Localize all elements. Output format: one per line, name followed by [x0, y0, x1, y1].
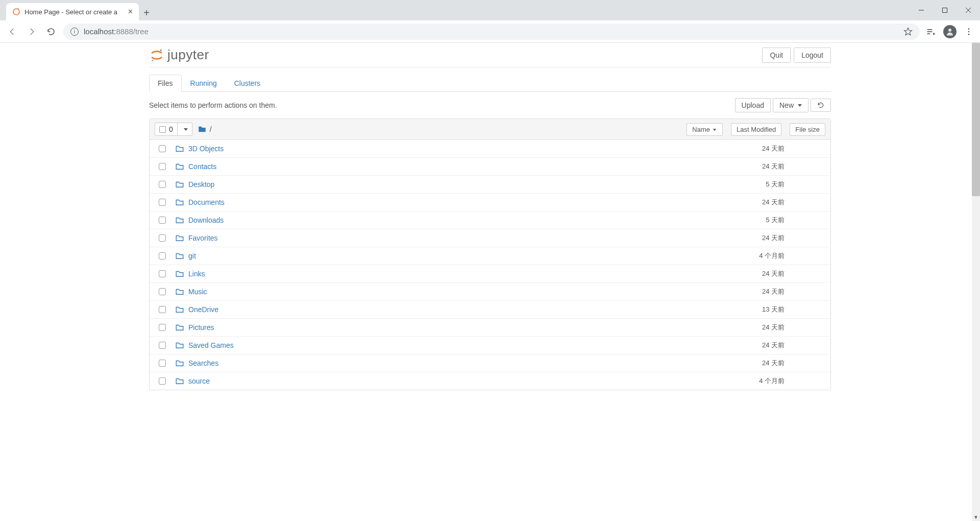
- jupyter-page: jupyter Quit Logout Files Running Cluste…: [143, 43, 837, 390]
- refresh-button[interactable]: [811, 99, 831, 112]
- item-checkbox[interactable]: [159, 377, 166, 385]
- item-name-link[interactable]: Desktop: [188, 180, 214, 188]
- item-name-link[interactable]: OneDrive: [188, 305, 218, 314]
- item-modified: 24 天前: [739, 233, 785, 243]
- sort-modified-button[interactable]: Last Modified: [731, 123, 781, 136]
- browser-tab[interactable]: Home Page - Select or create a ×: [6, 3, 139, 20]
- folder-icon: [198, 125, 207, 134]
- item-name-link[interactable]: Music: [188, 288, 207, 296]
- folder-icon: [175, 341, 184, 350]
- item-name-link[interactable]: Favorites: [188, 234, 218, 242]
- list-item: Pictures24 天前: [150, 319, 830, 337]
- sort-name-button[interactable]: Name: [687, 123, 723, 136]
- url-text: localhost:8888/tree: [84, 27, 149, 36]
- jupyter-logo[interactable]: jupyter: [149, 47, 209, 63]
- item-name-link[interactable]: Documents: [188, 198, 225, 206]
- scrollbar-thumb[interactable]: [972, 43, 980, 196]
- upload-button[interactable]: Upload: [735, 98, 771, 112]
- item-checkbox[interactable]: [159, 199, 166, 206]
- item-checkbox[interactable]: [159, 234, 166, 242]
- item-checkbox[interactable]: [159, 306, 166, 313]
- item-name-link[interactable]: Searches: [188, 359, 218, 367]
- url-path: 8888/tree: [116, 27, 148, 36]
- files-toolbar: Select items to perform actions on them.…: [149, 92, 831, 119]
- item-name-link[interactable]: Pictures: [188, 323, 214, 331]
- folder-icon: [175, 269, 184, 278]
- item-checkbox[interactable]: [159, 217, 166, 224]
- item-modified: 4 个月前: [739, 251, 785, 260]
- tab-files[interactable]: Files: [149, 75, 182, 92]
- chrome-menu-icon[interactable]: [963, 26, 975, 38]
- window-controls: [910, 0, 980, 20]
- sort-name-label: Name: [692, 126, 710, 133]
- list-item: Saved Games24 天前: [150, 337, 830, 354]
- svg-point-11: [968, 31, 970, 32]
- address-bar[interactable]: i localhost:8888/tree: [63, 23, 920, 40]
- item-modified: 4 个月前: [739, 376, 785, 386]
- folder-icon: [175, 287, 184, 296]
- item-modified: 24 天前: [739, 341, 785, 350]
- forward-button[interactable]: [24, 25, 39, 39]
- select-all-checkbox[interactable]: 0: [155, 123, 177, 135]
- item-checkbox[interactable]: [159, 163, 166, 170]
- list-item: Downloads5 天前: [150, 211, 830, 229]
- breadcrumb-root: /: [210, 125, 212, 133]
- media-control-icon[interactable]: [925, 26, 937, 38]
- item-checkbox[interactable]: [159, 360, 166, 367]
- browser-tab-title: Home Page - Select or create a: [24, 8, 124, 16]
- folder-icon: [175, 323, 184, 332]
- jupyter-logo-icon: [149, 48, 164, 63]
- new-button-label: New: [779, 101, 794, 109]
- item-checkbox[interactable]: [159, 324, 166, 331]
- tab-running[interactable]: Running: [182, 75, 226, 92]
- svg-point-14: [152, 60, 153, 61]
- item-checkbox[interactable]: [159, 252, 166, 259]
- toolbar-note: Select items to perform actions on them.: [149, 101, 277, 109]
- bookmark-star-icon[interactable]: [903, 27, 913, 36]
- logout-button[interactable]: Logout: [794, 48, 831, 63]
- item-name-link[interactable]: source: [188, 377, 210, 385]
- dashboard-tabs: Files Running Clusters: [149, 75, 831, 92]
- new-dropdown-button[interactable]: New: [773, 98, 808, 112]
- tab-clusters[interactable]: Clusters: [226, 75, 269, 92]
- item-checkbox[interactable]: [159, 145, 166, 152]
- select-all-group: 0: [155, 123, 192, 136]
- folder-icon: [175, 180, 184, 189]
- item-name-link[interactable]: Downloads: [188, 216, 224, 224]
- caret-down-icon: [798, 104, 802, 107]
- item-checkbox[interactable]: [159, 181, 166, 188]
- item-name-link[interactable]: git: [188, 252, 196, 260]
- window-minimize-button[interactable]: [910, 0, 933, 20]
- item-checkbox[interactable]: [159, 342, 166, 349]
- folder-icon: [175, 216, 184, 225]
- site-info-icon[interactable]: i: [70, 28, 79, 36]
- reload-button[interactable]: [44, 25, 58, 39]
- profile-avatar-icon[interactable]: [943, 25, 957, 38]
- folder-icon: [175, 198, 184, 207]
- item-name-link[interactable]: Saved Games: [188, 341, 234, 349]
- item-modified: 13 天前: [739, 305, 785, 314]
- item-checkbox[interactable]: [159, 288, 166, 295]
- jupyter-favicon-icon: [12, 8, 20, 16]
- item-modified: 24 天前: [739, 144, 785, 153]
- select-dropdown[interactable]: [177, 123, 192, 135]
- new-tab-button[interactable]: +: [139, 5, 154, 20]
- folder-icon: [175, 251, 184, 260]
- item-modified: 5 天前: [739, 180, 785, 189]
- window-maximize-button[interactable]: [933, 0, 957, 20]
- item-checkbox[interactable]: [159, 270, 166, 277]
- window-close-button[interactable]: [957, 0, 980, 20]
- tab-close-icon[interactable]: ×: [128, 7, 133, 16]
- back-button[interactable]: [5, 25, 19, 39]
- scrollbar[interactable]: ▼: [972, 43, 980, 390]
- item-name-link[interactable]: Links: [188, 270, 205, 278]
- arrow-down-icon: [712, 127, 717, 132]
- item-name-link[interactable]: Contacts: [188, 162, 216, 171]
- item-modified: 24 天前: [739, 359, 785, 368]
- quit-button[interactable]: Quit: [762, 48, 791, 63]
- item-name-link[interactable]: 3D Objects: [188, 145, 224, 153]
- sort-size-button[interactable]: File size: [790, 123, 825, 136]
- list-item: Contacts24 天前: [150, 158, 830, 176]
- chrome-right: [925, 25, 975, 38]
- breadcrumb[interactable]: /: [198, 125, 212, 134]
